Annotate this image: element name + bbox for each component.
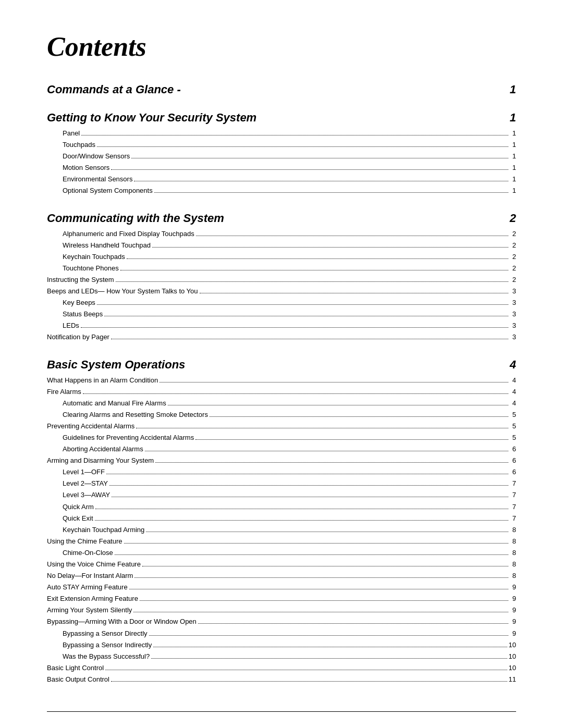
toc-entry-page: 9 — [510, 582, 516, 593]
toc-entry-text: Keychain Touchpad Arming — [63, 524, 144, 536]
toc-entry: Level 2—STAY7 — [47, 478, 516, 489]
toc-entry-dots — [145, 451, 508, 451]
toc-entry-page: 6 — [510, 455, 516, 466]
footer-divider — [47, 711, 516, 712]
toc-entry-text: Touchpads — [63, 139, 95, 151]
section-page-communicating: 2 — [506, 212, 516, 225]
toc-entry: Exit Extension Arming Feature9 — [47, 593, 516, 604]
toc-entry-page: 5 — [510, 409, 516, 421]
toc-entry-page: 1 — [510, 151, 516, 162]
toc-entry-dots — [168, 405, 508, 405]
toc-entry-page: 2 — [510, 251, 516, 263]
toc-entry: Door/Window Sensors1 — [47, 151, 516, 162]
toc-entry-dots — [104, 316, 508, 316]
toc-entries-communicating: Alphanumeric and Fixed Display Touchpads… — [47, 228, 516, 343]
toc-entry-page: 7 — [510, 478, 516, 489]
toc-entry-page: 1 — [510, 162, 516, 174]
toc-entry-text: Level 2—STAY — [63, 478, 108, 489]
toc-entry: Instructing the System2 — [47, 274, 516, 286]
toc-entry-text: Auto STAY Arming Feature — [47, 582, 128, 593]
toc-entry-text: Using the Chime Feature — [47, 536, 123, 547]
toc-entry-page: 9 — [510, 604, 516, 616]
toc-entry-dots — [129, 589, 508, 589]
section-header-getting-to-know: Getting to Know Your Security System1 — [47, 111, 516, 125]
section-page-basic-operations: 4 — [506, 358, 516, 372]
toc-entry-text: Motion Sensors — [63, 162, 109, 174]
toc-entry-text: Preventing Accidental Alarms — [47, 421, 134, 432]
toc-entry: LEDs3 — [47, 320, 516, 331]
toc-entry: Bypassing a Sensor Directly9 — [47, 628, 516, 639]
toc-entry-text: Wireless Handheld Touchpad — [63, 240, 151, 251]
toc-entry-text: Key Beeps — [63, 297, 95, 309]
toc-entry-text: Was the Bypass Successful? — [63, 651, 150, 662]
toc-entry-text: Clearing Alarms and Resetting Smoke Dete… — [63, 409, 208, 421]
toc-entry-text: Bypassing—Arming With a Door or Window O… — [47, 616, 197, 627]
toc-entry-dots — [106, 474, 508, 474]
toc-entry: Bypassing—Arming With a Door or Window O… — [47, 616, 516, 627]
toc-entry-page: 8 — [510, 570, 516, 582]
toc-entry-text: Level 3—AWAY — [63, 489, 110, 501]
section-header-communicating: Communicating with the System2 — [47, 212, 516, 225]
toc-entry-text: Automatic and Manual Fire Alarms — [63, 398, 166, 409]
toc-entry-page: 5 — [510, 421, 516, 432]
toc-entry-page: 5 — [510, 432, 516, 443]
toc-entry-text: Arming Your System Silently — [47, 604, 132, 616]
toc-entry-text: Notification by Pager — [47, 331, 109, 343]
toc-entry-page: 3 — [510, 286, 516, 297]
toc-entry: Arming and Disarming Your System6 — [47, 455, 516, 466]
toc-entry-page: 10 — [509, 662, 516, 674]
toc-entry-dots — [136, 428, 508, 428]
toc-entry-page: 8 — [510, 536, 516, 547]
toc-entry-text: What Happens in an Alarm Condition — [47, 375, 158, 386]
toc-entry-text: Level 1—OFF — [63, 466, 105, 478]
toc-entry-page: 1 — [510, 185, 516, 196]
toc-entry-page: 4 — [510, 398, 516, 409]
toc-entry-page: 1 — [510, 174, 516, 185]
toc-entry-dots — [134, 577, 508, 578]
toc-entry-page: 3 — [510, 309, 516, 320]
toc-entry-page: 10 — [509, 651, 516, 662]
toc-entry: Automatic and Manual Fire Alarms4 — [47, 398, 516, 409]
toc-entry: Notification by Pager3 — [47, 331, 516, 343]
toc-entry-page: 11 — [509, 674, 516, 685]
toc-entry-dots — [109, 485, 508, 486]
section-page-commands-glance: 1 — [506, 83, 516, 96]
toc-entry-text: Panel — [63, 128, 80, 139]
toc-entry: Basic Output Control11 — [47, 674, 516, 685]
toc-entry-page: 9 — [510, 593, 516, 604]
section-header-basic-operations: Basic System Operations4 — [47, 358, 516, 372]
toc-entry-dots — [112, 497, 508, 497]
toc-entry-text: Guidelines for Preventing Accidental Ala… — [63, 432, 194, 443]
section-title-basic-operations: Basic System Operations — [47, 358, 185, 372]
toc-entry-dots — [124, 543, 508, 544]
section-header-commands-glance: Commands at a Glance -1 — [47, 83, 516, 96]
toc-entry: Level 1—OFF6 — [47, 466, 516, 478]
toc-entry-dots — [81, 327, 508, 328]
toc-container: Commands at a Glance -1Getting to Know Y… — [47, 83, 516, 685]
toc-entry-dots — [154, 192, 508, 193]
toc-entry-dots — [160, 382, 508, 382]
toc-entry-text: Bypassing a Sensor Directly — [63, 628, 148, 639]
toc-entry-text: Quick Arm — [63, 501, 94, 513]
toc-entry: What Happens in an Alarm Condition4 — [47, 375, 516, 386]
toc-entry: Beeps and LEDs— How Your System Talks to… — [47, 286, 516, 297]
toc-entry: Auto STAY Arming Feature9 — [47, 582, 516, 593]
toc-entry-page: 3 — [510, 320, 516, 331]
toc-entry-dots — [195, 439, 508, 440]
toc-entry-dots — [111, 339, 508, 339]
toc-entry-text: Door/Window Sensors — [63, 151, 130, 162]
toc-entry-dots — [95, 509, 508, 509]
toc-entry-dots — [116, 281, 508, 282]
toc-entry: Clearing Alarms and Resetting Smoke Dete… — [47, 409, 516, 421]
toc-entry-dots — [133, 612, 508, 612]
toc-entry: Quick Exit7 — [47, 513, 516, 524]
toc-entry-text: Beeps and LEDs— How Your System Talks to… — [47, 286, 198, 297]
toc-entry-dots — [115, 554, 508, 555]
section-page-getting-to-know: 1 — [506, 111, 516, 125]
toc-entry-page: 7 — [510, 501, 516, 513]
toc-entry: Bypassing a Sensor Indirectly10 — [47, 639, 516, 651]
toc-entry-dots — [97, 304, 508, 305]
toc-entry-dots — [152, 247, 508, 248]
toc-entry: Motion Sensors1 — [47, 162, 516, 174]
toc-entry-page: 8 — [510, 547, 516, 559]
